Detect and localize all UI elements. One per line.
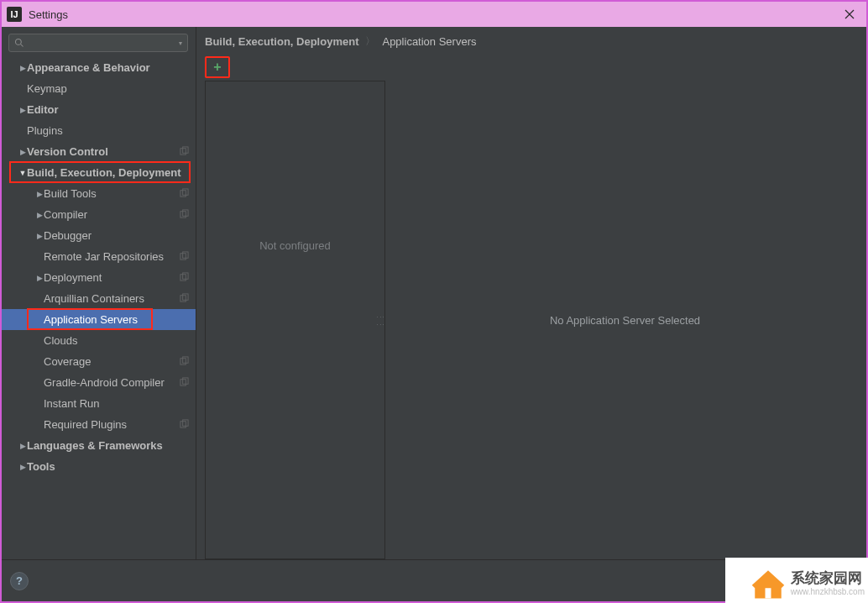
tree-item-label: Clouds	[44, 334, 77, 347]
tree-item-application-servers[interactable]: Application Servers	[2, 309, 196, 330]
tree-item-label: Appearance & Behavior	[27, 61, 150, 74]
breadcrumb-parent: Build, Execution, Deployment	[205, 35, 358, 48]
tree-item-label: Editor	[27, 103, 59, 116]
content: Build, Execution, Deployment 〉 Applicati…	[196, 27, 866, 559]
chevron-right-icon: ▶	[18, 64, 27, 72]
chevron-right-icon: 〉	[365, 34, 375, 49]
sidebar: ▾ ▶Appearance & BehaviorKeymap▶EditorPlu…	[2, 27, 196, 559]
help-button[interactable]: ?	[10, 572, 29, 590]
tree-item-required-plugins[interactable]: Required Plugins	[2, 414, 196, 435]
search-input[interactable]	[28, 37, 179, 49]
copy-scope-icon	[180, 208, 189, 221]
copy-scope-icon	[180, 145, 189, 158]
settings-tree[interactable]: ▶Appearance & BehaviorKeymap▶EditorPlugi…	[2, 57, 196, 559]
search-row: ▾	[2, 27, 196, 57]
settings-window: IJ Settings ▾ ▶Appearance & BehaviorKeym…	[0, 0, 868, 603]
tree-item-label: Instant Run	[44, 397, 100, 410]
window-title: Settings	[29, 8, 838, 21]
watermark: 系统家园网 www.hnzkhbsb.com	[750, 566, 865, 601]
copy-scope-icon	[180, 292, 189, 305]
tree-item-label: Debugger	[44, 229, 92, 242]
search-box[interactable]: ▾	[8, 34, 188, 52]
search-icon	[14, 38, 24, 48]
tree-item-deployment[interactable]: ▶Deployment	[2, 267, 196, 288]
tree-item-label: Plugins	[27, 124, 63, 137]
tree-item-label: Tools	[27, 460, 55, 473]
copy-scope-icon	[180, 355, 189, 368]
tree-item-languages-frameworks[interactable]: ▶Languages & Frameworks	[2, 435, 196, 456]
tree-item-appearance-behavior[interactable]: ▶Appearance & Behavior	[2, 57, 196, 78]
copy-scope-icon	[180, 187, 189, 200]
chevron-down-icon: ▼	[18, 169, 27, 177]
chevron-right-icon: ▶	[18, 106, 27, 114]
tree-item-instant-run[interactable]: Instant Run	[2, 393, 196, 414]
tree-item-label: Deployment	[44, 271, 102, 284]
tree-item-compiler[interactable]: ▶Compiler	[2, 204, 196, 225]
add-button-highlight: +	[205, 56, 230, 78]
titlebar: IJ Settings	[2, 2, 866, 27]
upper: ▾ ▶Appearance & BehaviorKeymap▶EditorPlu…	[2, 27, 866, 559]
watermark-line1: 系统家园网	[791, 571, 865, 587]
tree-item-remote-jar-repositories[interactable]: Remote Jar Repositories	[2, 246, 196, 267]
svg-rect-22	[765, 588, 771, 598]
tree-item-label: Coverage	[44, 355, 91, 368]
tree-item-label: Compiler	[44, 208, 87, 221]
tree-item-label: Languages & Frameworks	[27, 439, 163, 452]
app-icon: IJ	[7, 7, 22, 22]
tree-item-label: Keymap	[27, 82, 67, 95]
tree-item-editor[interactable]: ▶Editor	[2, 99, 196, 120]
chevron-right-icon: ▶	[18, 442, 27, 450]
chevron-right-icon: ▶	[35, 211, 44, 219]
tree-item-label: Remote Jar Repositories	[44, 250, 164, 263]
copy-scope-icon	[180, 271, 189, 284]
tree-item-label: Build, Execution, Deployment	[27, 166, 180, 179]
server-list-pane[interactable]: Not configured ⋮⋮	[205, 81, 385, 559]
tree-item-version-control[interactable]: ▶Version Control	[2, 141, 196, 162]
svg-point-2	[16, 39, 22, 45]
chevron-right-icon: ▶	[18, 148, 27, 156]
tree-item-label: Build Tools	[44, 187, 97, 200]
tree-item-label: Version Control	[27, 145, 108, 158]
copy-scope-icon	[180, 250, 189, 263]
panels: Not configured ⋮⋮ No Application Server …	[205, 81, 865, 559]
chevron-right-icon: ▶	[35, 190, 44, 198]
tree-item-build-tools[interactable]: ▶Build Tools	[2, 183, 196, 204]
toolbar: +	[196, 55, 866, 79]
chevron-right-icon: ▶	[18, 463, 27, 471]
tree-item-label: Required Plugins	[44, 418, 127, 431]
tree-item-build-execution-deployment[interactable]: ▼Build, Execution, Deployment	[2, 162, 196, 183]
splitter-grip-icon[interactable]: ⋮⋮	[375, 312, 386, 328]
house-icon	[750, 566, 786, 601]
tree-item-label: Arquillian Containers	[44, 292, 144, 305]
breadcrumb: Build, Execution, Deployment 〉 Applicati…	[196, 27, 866, 55]
tree-item-label: Application Servers	[44, 313, 138, 326]
tree-item-arquillian-containers[interactable]: Arquillian Containers	[2, 288, 196, 309]
server-detail-pane: No Application Server Selected	[385, 81, 865, 559]
chevron-right-icon: ▶	[35, 232, 44, 240]
watermark-line2: www.hnzkhbsb.com	[791, 587, 865, 596]
tree-item-tools[interactable]: ▶Tools	[2, 456, 196, 477]
tree-item-coverage[interactable]: Coverage	[2, 351, 196, 372]
detail-empty-text: No Application Server Selected	[550, 314, 700, 327]
svg-line-3	[21, 45, 24, 47]
tree-item-debugger[interactable]: ▶Debugger	[2, 225, 196, 246]
list-empty-text: Not configured	[259, 239, 331, 252]
tree-item-label: Gradle-Android Compiler	[44, 376, 165, 389]
close-icon[interactable]	[838, 3, 861, 26]
tree-item-keymap[interactable]: Keymap	[2, 78, 196, 99]
add-button[interactable]: +	[213, 60, 221, 74]
copy-scope-icon	[180, 418, 189, 431]
chevron-right-icon: ▶	[35, 274, 44, 282]
tree-item-clouds[interactable]: Clouds	[2, 330, 196, 351]
breadcrumb-leaf: Application Servers	[382, 35, 476, 48]
tree-item-plugins[interactable]: Plugins	[2, 120, 196, 141]
search-history-icon[interactable]: ▾	[179, 39, 182, 47]
body: ▾ ▶Appearance & BehaviorKeymap▶EditorPlu…	[2, 27, 866, 601]
copy-scope-icon	[180, 376, 189, 389]
tree-item-gradle-android-compiler[interactable]: Gradle-Android Compiler	[2, 372, 196, 393]
